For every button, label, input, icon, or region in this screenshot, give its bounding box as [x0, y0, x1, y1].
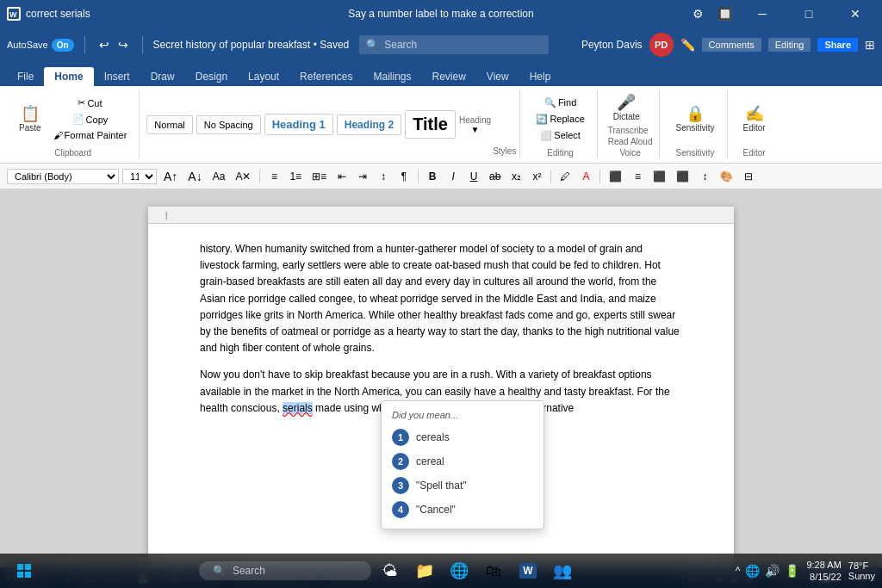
find-button[interactable]: 🔍 Find [531, 96, 589, 110]
taskbar-app-word[interactable]: W [512, 555, 543, 586]
underline-button[interactable]: U [465, 170, 482, 183]
line-spacing-button[interactable]: ↕ [696, 170, 713, 183]
teams-icon: 👥 [553, 561, 572, 580]
share-button[interactable]: Share [817, 38, 858, 52]
clear-format-icon[interactable]: A✕ [232, 170, 254, 183]
tab-draw[interactable]: Draw [140, 67, 185, 86]
minimize-button[interactable]: ─ [742, 0, 782, 28]
font-size-select[interactable]: 11 [122, 169, 157, 184]
bullets-button[interactable]: ≡ [265, 170, 283, 183]
tab-insert[interactable]: Insert [94, 67, 140, 86]
user-name: Peyton Davis [581, 39, 643, 51]
taskbar-app-edge[interactable]: 🌐 [444, 555, 475, 586]
tab-review[interactable]: Review [422, 67, 476, 86]
popup-item-4[interactable]: 4 "Cancel" [382, 498, 543, 522]
justify-button[interactable]: ⬛ [673, 170, 693, 183]
redo-button[interactable]: ↪ [115, 36, 132, 53]
align-right-button[interactable]: ⬛ [649, 170, 669, 183]
decrease-font-icon[interactable]: A↓ [184, 169, 205, 184]
sensitivity-button[interactable]: 🔒 Sensitivity [670, 104, 719, 134]
italic-button[interactable]: I [444, 170, 462, 183]
read-aloud-button[interactable]: Read Aloud [608, 137, 653, 146]
increase-font-icon[interactable]: A↑ [160, 169, 181, 184]
tab-layout[interactable]: Layout [238, 67, 289, 86]
windows-button[interactable] [7, 554, 41, 588]
styles-dropdown[interactable]: Heading ▼ [459, 115, 491, 134]
taskbar-app-teams[interactable]: 👥 [547, 555, 578, 586]
network-icon[interactable]: 🌐 [745, 564, 760, 578]
tab-view[interactable]: View [476, 67, 519, 86]
replace-button[interactable]: 🔄 Replace [531, 112, 589, 127]
align-left-button[interactable]: ⬛ [606, 170, 625, 183]
taskbar-search[interactable]: 🔍 Search [199, 561, 371, 580]
tab-references[interactable]: References [289, 67, 363, 86]
editor-button[interactable]: ✍️ Editor [738, 104, 771, 134]
voice-label: Voice [608, 148, 653, 158]
comments-button[interactable]: Comments [702, 38, 761, 52]
taskbar-app-store[interactable]: 🛍 [478, 555, 509, 586]
taskbar-left [7, 554, 41, 588]
tab-design[interactable]: Design [185, 67, 238, 86]
undo-button[interactable]: ↩ [96, 36, 113, 53]
popup-item-1[interactable]: 1 cereals [382, 425, 543, 449]
close-button[interactable]: ✕ [835, 0, 875, 28]
popup-item-2[interactable]: 2 cereal [382, 449, 543, 473]
bold-button[interactable]: B [424, 170, 441, 183]
font-select[interactable]: Calibri (Body) [7, 169, 119, 184]
transcribe-button[interactable]: Transcribe [608, 126, 649, 135]
chevron-up-icon[interactable]: ^ [736, 565, 741, 577]
maximize-button[interactable]: □ [789, 0, 829, 28]
dictate-button[interactable]: 🎤 Dictate [608, 93, 645, 123]
taskbar-app-widgets[interactable]: 🌤 [375, 555, 406, 586]
volume-icon[interactable]: 🔊 [765, 564, 780, 578]
style-no-spacing[interactable]: No Spacing [196, 115, 261, 134]
change-case-icon[interactable]: Aa [209, 170, 229, 183]
superscript-button[interactable]: x² [528, 170, 545, 183]
popup-number-1: 1 [392, 429, 409, 446]
autosave-toggle[interactable]: On [52, 39, 74, 52]
expand-icon[interactable]: ⊞ [865, 38, 875, 52]
font-color-button[interactable]: A [577, 170, 594, 183]
title-bar-left: W correct serials [7, 7, 220, 21]
format-painter-button[interactable]: 🖌 Format Painter [48, 128, 133, 142]
show-formatting-button[interactable]: ¶ [395, 170, 413, 183]
sort-button[interactable]: ↕ [375, 170, 392, 183]
tab-mailings[interactable]: Mailings [363, 67, 421, 86]
text-highlight-button[interactable]: 🖊 [556, 170, 574, 183]
search-box[interactable]: 🔍 Search [359, 35, 549, 54]
tab-help[interactable]: Help [519, 67, 562, 86]
decrease-indent-button[interactable]: ⇤ [333, 170, 351, 183]
tab-home[interactable]: Home [44, 67, 93, 86]
microphone-icon: 🎤 [617, 95, 636, 110]
popup-item-3[interactable]: 3 "Spell that" [382, 473, 543, 498]
editing-button[interactable]: Editing [768, 38, 811, 52]
time-area[interactable]: 9:28 AM 8/15/22 [806, 559, 841, 584]
style-title[interactable]: Title [405, 110, 456, 139]
restore-icon[interactable]: 🔲 [714, 3, 736, 24]
word-taskbar-icon: W [519, 563, 536, 579]
battery-icon[interactable]: 🔋 [785, 564, 799, 578]
weather-area: 78°F Sunny [848, 560, 875, 581]
svg-rect-4 [17, 572, 23, 578]
settings-icon[interactable]: ⚙ [689, 3, 707, 24]
style-heading2[interactable]: Heading 2 [337, 115, 401, 135]
strikethrough-button[interactable]: ab [486, 170, 504, 183]
copy-button[interactable]: 📄 Copy [48, 112, 133, 127]
numbered-list-button[interactable]: 1≡ [286, 170, 305, 183]
edge-icon: 🌐 [450, 561, 469, 580]
align-center-button[interactable]: ≡ [629, 170, 646, 183]
voice-buttons: 🎤 Dictate [608, 91, 645, 124]
multilevel-list-button[interactable]: ⊞≡ [308, 170, 330, 183]
style-heading1[interactable]: Heading 1 [264, 114, 333, 135]
paste-button[interactable]: 📋 Paste [14, 104, 47, 134]
subscript-button[interactable]: x₂ [507, 170, 525, 183]
weather-temp: 78°F [848, 560, 875, 571]
tab-file[interactable]: File [7, 67, 44, 86]
select-button[interactable]: ⬜ Select [531, 128, 589, 143]
style-normal[interactable]: Normal [146, 115, 192, 134]
taskbar-app-explorer[interactable]: 📁 [409, 555, 440, 586]
increase-indent-button[interactable]: ⇥ [354, 170, 371, 183]
shading-button[interactable]: 🎨 [717, 170, 736, 183]
borders-button[interactable]: ⊟ [740, 170, 757, 183]
cut-button[interactable]: ✂ Cut [48, 96, 133, 110]
